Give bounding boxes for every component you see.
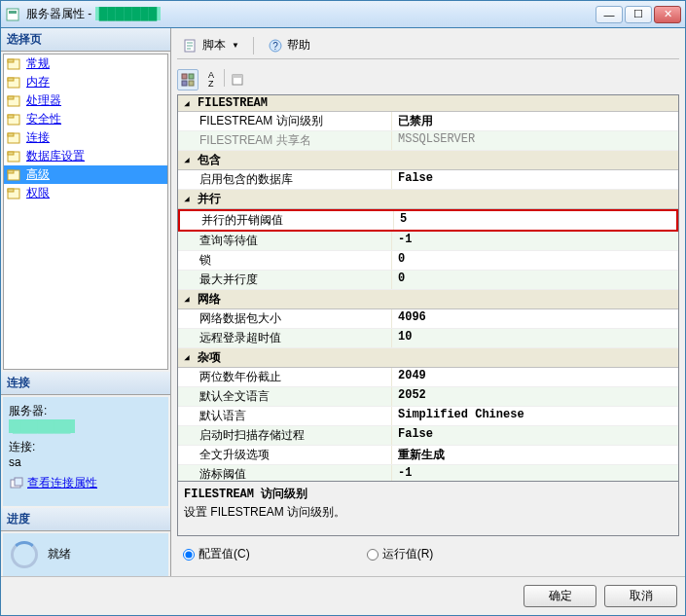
property-value[interactable]: MSSQLSERVER [392, 131, 678, 150]
help-pane: FILESTREAM 访问级别 设置 FILESTREAM 访问级别。 [177, 482, 679, 536]
svg-rect-17 [8, 189, 14, 192]
dialog-button-row: 确定 取消 [1, 576, 685, 615]
property-row[interactable]: 默认全文语言2052 [178, 387, 678, 407]
page-icon [7, 168, 22, 182]
category-expander-icon[interactable]: ◢ [180, 96, 194, 110]
property-value[interactable]: 4096 [392, 309, 678, 328]
progress-spinner-icon [11, 541, 38, 568]
property-row[interactable]: 锁0 [178, 251, 678, 271]
category-expander-icon[interactable]: ◢ [180, 193, 194, 206]
property-category[interactable]: ◢网络 [178, 290, 678, 309]
property-value[interactable]: 0 [392, 251, 678, 270]
svg-rect-23 [182, 74, 187, 79]
property-value[interactable]: -1 [392, 465, 678, 482]
property-value[interactable]: -1 [392, 232, 678, 250]
property-value[interactable]: 5 [394, 211, 676, 230]
grid-toolbar: AZ [177, 65, 679, 94]
property-value[interactable]: 已禁用 [392, 112, 678, 130]
property-category[interactable]: ◢FILESTREAM [178, 95, 678, 112]
page-icon [7, 131, 22, 145]
svg-rect-24 [189, 74, 194, 79]
category-label: 杂项 [198, 349, 221, 366]
page-item-3[interactable]: 安全性 [4, 110, 167, 128]
category-expander-icon[interactable]: ◢ [180, 293, 194, 307]
progress-header: 进度 [1, 508, 170, 531]
property-row[interactable]: 查询等待值-1 [178, 232, 678, 251]
categorized-view-button[interactable] [177, 69, 199, 91]
dropdown-arrow-icon: ▼ [232, 41, 239, 50]
content-area: 选择页 常规内存处理器安全性连接数据库设置高级权限 连接 服务器: ██████… [1, 28, 685, 576]
property-value[interactable]: 2052 [392, 387, 678, 406]
property-row[interactable]: 游标阈值-1 [178, 465, 678, 482]
value-mode-radios: 配置值(C) 运行值(R) [177, 536, 679, 572]
left-panel: 选择页 常规内存处理器安全性连接数据库设置高级权限 连接 服务器: ██████… [1, 28, 171, 576]
property-value[interactable]: 重新生成 [392, 446, 678, 464]
property-pages-button[interactable] [227, 69, 248, 91]
app-icon [5, 7, 20, 22]
page-item-0[interactable]: 常规 [4, 54, 167, 73]
property-row[interactable]: 两位数年份截止2049 [178, 368, 678, 387]
running-radio-input[interactable] [367, 549, 379, 561]
page-icon [7, 94, 22, 108]
property-row[interactable]: FILESTREAM 共享名MSSQLSERVER [178, 131, 678, 151]
page-item-2[interactable]: 处理器 [4, 91, 167, 110]
progress-panel: 就绪 [3, 533, 168, 576]
page-item-7[interactable]: 权限 [4, 184, 167, 202]
script-button[interactable]: 脚本 ▼ [177, 35, 245, 55]
property-row[interactable]: 并行的开销阈值5 [178, 209, 678, 232]
page-item-label: 安全性 [26, 111, 61, 127]
property-value[interactable]: False [392, 170, 678, 189]
property-grid[interactable]: ◢FILESTREAMFILESTREAM 访问级别已禁用FILESTREAM … [177, 94, 679, 482]
category-label: FILESTREAM [198, 96, 268, 110]
property-name: 锁 [178, 251, 392, 270]
running-value-radio[interactable]: 运行值(R) [367, 546, 434, 562]
property-name: 最大并行度 [178, 271, 392, 289]
property-name: 默认语言 [178, 407, 392, 425]
close-button[interactable]: ✕ [654, 6, 681, 23]
configured-radio-input[interactable] [183, 549, 195, 561]
page-item-4[interactable]: 连接 [4, 128, 167, 147]
property-category[interactable]: ◢杂项 [178, 348, 678, 368]
property-row[interactable]: 网络数据包大小4096 [178, 309, 678, 329]
property-row[interactable]: 启用包含的数据库False [178, 170, 678, 190]
page-item-5[interactable]: 数据库设置 [4, 147, 167, 165]
property-name: 全文升级选项 [178, 446, 392, 464]
property-name: 网络数据包大小 [178, 309, 392, 328]
svg-rect-25 [182, 81, 187, 86]
property-row[interactable]: FILESTREAM 访问级别已禁用 [178, 112, 678, 131]
ok-button[interactable]: 确定 [524, 585, 596, 607]
cancel-button[interactable]: 取消 [604, 585, 677, 607]
property-value[interactable]: 10 [392, 329, 678, 347]
property-value[interactable]: False [392, 426, 678, 445]
svg-text:?: ? [272, 41, 278, 52]
category-expander-icon[interactable]: ◢ [180, 154, 194, 167]
select-page-header: 选择页 [1, 28, 170, 52]
view-connection-properties-link[interactable]: 查看连接属性 [9, 475, 97, 491]
property-row[interactable]: 全文升级选项重新生成 [178, 446, 678, 465]
property-value[interactable]: 0 [392, 271, 678, 289]
property-category[interactable]: ◢并行 [178, 190, 678, 209]
property-row[interactable]: 启动时扫描存储过程False [178, 426, 678, 446]
property-row[interactable]: 远程登录超时值10 [178, 329, 678, 348]
property-value[interactable]: Simplified Chinese [392, 407, 678, 425]
page-item-1[interactable]: 内存 [4, 73, 167, 91]
minimize-button[interactable]: — [596, 6, 623, 23]
page-item-6[interactable]: 高级 [4, 165, 167, 184]
property-value[interactable]: 2049 [392, 368, 678, 386]
svg-rect-15 [8, 170, 14, 173]
grid-toolbar-separator [224, 69, 225, 87]
svg-rect-11 [8, 133, 14, 136]
connection-header: 连接 [1, 372, 170, 395]
titlebar: 服务器属性 - ███████ — ☐ ✕ [1, 1, 685, 28]
alphabetical-view-button[interactable]: AZ [200, 69, 222, 91]
maximize-button[interactable]: ☐ [625, 6, 652, 23]
help-button[interactable]: ? 帮助 [262, 35, 316, 55]
configured-value-radio[interactable]: 配置值(C) [183, 546, 250, 562]
property-row[interactable]: 默认语言Simplified Chinese [178, 407, 678, 426]
property-name: 游标阈值 [178, 465, 392, 482]
conn-value: sa [9, 455, 162, 469]
property-category[interactable]: ◢包含 [178, 151, 678, 170]
property-row[interactable]: 最大并行度0 [178, 271, 678, 290]
svg-rect-19 [15, 478, 22, 486]
category-expander-icon[interactable]: ◢ [180, 351, 194, 365]
